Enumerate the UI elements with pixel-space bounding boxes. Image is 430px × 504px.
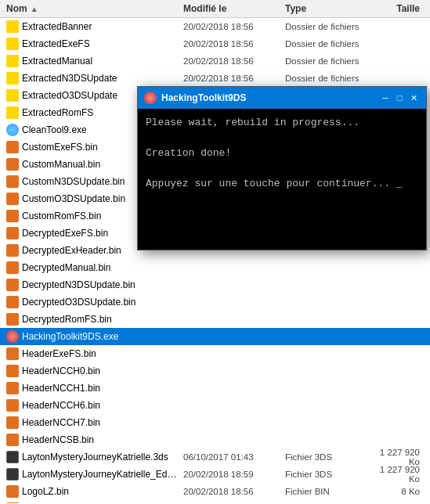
file-name-text: HeaderNCSB.bin — [22, 434, 94, 445]
list-item[interactable]: DecryptedRomFS.bin — [0, 311, 430, 328]
bin-icon — [6, 296, 19, 308]
list-item[interactable]: ExtractedExeFS20/02/2018 18:56Dossier de… — [0, 35, 430, 52]
file-name: ExtractedN3DSUpdate — [0, 72, 180, 85]
folder-icon — [6, 72, 19, 85]
bin-icon — [6, 227, 19, 239]
file-name-text: CustomO3DSUpdate.bin — [22, 193, 125, 204]
terminal-app-icon — [144, 92, 157, 104]
list-item[interactable]: HeaderNCCH6.bin — [0, 397, 430, 414]
file-name: HeaderExeFS.bin — [0, 347, 180, 360]
folder-icon — [6, 55, 19, 67]
file-name: ExtractedManual — [0, 55, 180, 67]
bin-icon — [6, 382, 19, 394]
col-taille[interactable]: Taille — [376, 2, 423, 16]
list-item[interactable]: PlainRGN.bin20/02/2018 18:56Fichier BIN1… — [0, 500, 430, 503]
col-nom-label: Nom — [6, 3, 27, 14]
file-explorer: Nom ▲ Modifié le Type Taille ExtractedBa… — [0, 0, 430, 504]
exe-icon — [6, 330, 19, 343]
list-item[interactable]: DecryptedO3DSUpdate.bin — [0, 293, 430, 311]
folder-icon — [6, 106, 19, 119]
file-name: LaytonMysteryJourneyKatrielle_Edited.3ds — [0, 468, 180, 481]
bin-icon — [6, 347, 19, 360]
terminal-line — [146, 131, 418, 146]
file-name: HeaderNCCH7.bin — [0, 416, 180, 429]
exe-icon — [6, 124, 19, 136]
minimize-button[interactable]: ─ — [379, 92, 392, 103]
file-name: DecryptedO3DSUpdate.bin — [0, 296, 180, 308]
bin-icon — [6, 158, 19, 171]
list-item[interactable]: DecryptedN3DSUpdate.bin — [0, 276, 430, 293]
bin-icon — [6, 365, 19, 377]
file-name-text: DecryptedExHeader.bin — [22, 245, 121, 256]
list-item[interactable]: HeaderNCCH1.bin — [0, 380, 430, 397]
col-type[interactable]: Type — [282, 2, 376, 16]
terminal-controls: ─ □ ✕ — [379, 92, 420, 103]
file-name: HeaderNCCH0.bin — [0, 365, 180, 377]
terminal-title: HackingToolkit9DS — [161, 92, 374, 103]
terminal-titlebar: HackingToolkit9DS ─ □ ✕ — [138, 87, 426, 109]
file-type: Dossier de fichiers — [282, 22, 376, 31]
bin-icon — [6, 313, 19, 326]
file-name-text: CleanTool9.exe — [22, 124, 87, 135]
file-name: ExtractedExeFS — [0, 38, 180, 50]
file-name-text: LaytonMysteryJourneyKatrielle_Edited.3ds — [22, 469, 177, 480]
bin-icon — [6, 261, 19, 274]
list-item[interactable]: HeaderNCCH7.bin — [0, 414, 430, 431]
file-date: 06/10/2017 01:43 — [180, 452, 282, 462]
file-name-text: DecryptedN3DSUpdate.bin — [22, 279, 136, 290]
terminal-line: Creation done! — [146, 146, 418, 161]
file-name-text: ExtractedManual — [22, 56, 92, 67]
file-name: DecryptedN3DSUpdate.bin — [0, 279, 180, 291]
file-name-text: CustomExeFS.bin — [22, 142, 98, 153]
bin-icon — [6, 175, 19, 188]
file-date: 20/02/2018 18:56 — [180, 39, 282, 49]
list-item[interactable]: HackingToolkit9DS.exe — [0, 328, 430, 345]
file-date: 20/02/2018 18:56 — [180, 56, 282, 66]
list-item[interactable]: LaytonMysteryJourneyKatrielle_Edited.3ds… — [0, 466, 430, 483]
file-type: Fichier 3DS — [282, 470, 376, 479]
file-name: LaytonMysteryJourneyKatrielle.3ds — [0, 451, 180, 463]
file-name-text: ExtractedN3DSUpdate — [22, 73, 117, 84]
file-name: LogoLZ.bin — [0, 485, 180, 498]
col-modifie[interactable]: Modifié le — [180, 2, 282, 16]
file-name: PlainRGN.bin — [0, 502, 180, 503]
file-name-text: CustomManual.bin — [22, 159, 100, 170]
bin-icon — [6, 434, 19, 446]
file-type: Fichier BIN — [282, 487, 376, 496]
bin-icon — [6, 279, 19, 291]
bin-icon — [6, 485, 19, 498]
file-name-text: HeaderNCCH6.bin — [22, 400, 100, 411]
list-item[interactable]: DecryptedManual.bin — [0, 259, 430, 276]
file-name-text: HackingToolkit9DS.exe — [22, 331, 118, 342]
file-type: Dossier de fichiers — [282, 74, 376, 83]
folder-icon — [6, 38, 19, 50]
list-item[interactable]: ExtractedManual20/02/2018 18:56Dossier d… — [0, 52, 430, 70]
file-name-text: ExtractedBanner — [22, 21, 92, 32]
list-item[interactable]: HeaderNCSB.bin — [0, 431, 430, 448]
file-name-text: ExtractedO3DSUpdate — [22, 90, 117, 101]
file-name: HeaderNCSB.bin — [0, 434, 180, 446]
list-item[interactable]: LogoLZ.bin20/02/2018 18:56Fichier BIN8 K… — [0, 483, 430, 500]
file-type: Dossier de fichiers — [282, 39, 376, 49]
list-item[interactable]: ExtractedBanner20/02/2018 18:56Dossier d… — [0, 18, 430, 35]
list-item[interactable]: LaytonMysteryJourneyKatrielle.3ds06/10/2… — [0, 448, 430, 466]
file-name-text: HeaderNCCH1.bin — [22, 383, 100, 394]
list-item[interactable]: HeaderNCCH0.bin — [0, 362, 430, 380]
file-name-text: HeaderExeFS.bin — [22, 348, 96, 359]
bin-icon — [6, 193, 19, 205]
file-type: Fichier 3DS — [282, 452, 376, 462]
terminal-line — [146, 161, 418, 177]
file-name-text: LogoLZ.bin — [22, 486, 69, 497]
list-item[interactable]: HeaderExeFS.bin — [0, 345, 430, 362]
bin-icon — [6, 210, 19, 222]
file-name-text: HeaderNCCH7.bin — [22, 417, 100, 428]
file-size: 8 Ko — [376, 487, 423, 496]
maximize-button[interactable]: □ — [393, 92, 406, 103]
file-name: ExtractedBanner — [0, 20, 180, 33]
col-nom[interactable]: Nom ▲ — [0, 2, 180, 16]
folder-icon — [6, 20, 19, 33]
file-date: 20/02/2018 18:56 — [180, 74, 282, 83]
file-name: DecryptedRomFS.bin — [0, 313, 180, 326]
close-button[interactable]: ✕ — [407, 92, 420, 103]
list-item[interactable]: ExtractedN3DSUpdate20/02/2018 18:56Dossi… — [0, 70, 430, 87]
